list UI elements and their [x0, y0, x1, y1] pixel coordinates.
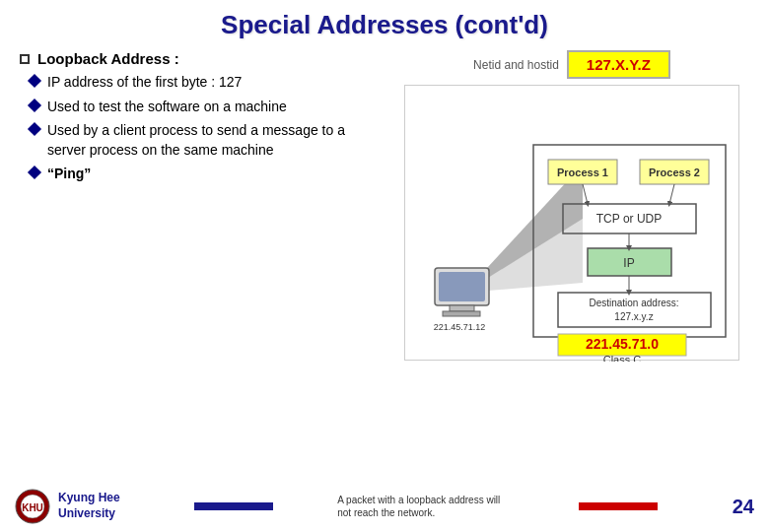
- diamond-icon: [28, 122, 41, 136]
- svg-text:Process 1: Process 1: [557, 166, 608, 178]
- svg-rect-3: [450, 305, 474, 311]
- svg-line-20: [669, 184, 674, 204]
- list-item: Used by a client process to send a messa…: [30, 121, 384, 160]
- list-item: “Ping”: [30, 165, 384, 184]
- netid-label: Netid and hostid: [473, 58, 559, 72]
- netid-diagram: Netid and hostid 127.X.Y.Z: [394, 50, 749, 79]
- university-logo: KHU Kyung Hee University: [15, 489, 120, 524]
- svg-line-19: [583, 184, 588, 204]
- footer-bar-left: [194, 502, 273, 510]
- footer-bar-right: [579, 502, 658, 510]
- svg-text:Process 2: Process 2: [649, 166, 700, 178]
- bullet-text-3: Used by a client process to send a messa…: [47, 121, 384, 160]
- diamond-icon: [28, 74, 41, 88]
- list-item: Used to test the software on a machine: [30, 98, 384, 117]
- svg-rect-4: [443, 311, 480, 316]
- bullet-text-2: Used to test the software on a machine: [47, 98, 287, 117]
- svg-rect-5: [439, 272, 485, 301]
- diamond-icon: [28, 99, 41, 112]
- svg-text:Destination address:: Destination address:: [589, 298, 678, 308]
- svg-text:Class C: Class C: [603, 354, 642, 362]
- loopback-label: Loopback Address :: [37, 50, 179, 67]
- footer: KHU Kyung Hee University A packet with a…: [0, 489, 769, 524]
- loopback-header: Loopback Address :: [20, 50, 384, 67]
- diamond-icon: [28, 166, 41, 179]
- svg-text:221.45.71.0: 221.45.71.0: [586, 336, 659, 352]
- content-area: Loopback Address : IP address of the fir…: [20, 50, 749, 361]
- svg-text:IP: IP: [623, 256, 634, 270]
- crest-icon: KHU: [15, 489, 50, 524]
- university-name: Kyung Hee University: [58, 491, 120, 521]
- list-item: IP address of the first byte : 127: [30, 73, 384, 93]
- svg-text:221.45.71.12: 221.45.71.12: [434, 322, 486, 332]
- slide-title: Special Addresses (cont'd): [20, 10, 749, 40]
- bullet-text-1: IP address of the first byte : 127: [47, 73, 242, 93]
- square-bullet-icon: [20, 54, 30, 64]
- svg-text:127.x.y.z: 127.x.y.z: [614, 311, 653, 322]
- slide: Special Addresses (cont'd) Loopback Addr…: [0, 0, 769, 532]
- left-column: Loopback Address : IP address of the fir…: [20, 50, 384, 361]
- university-line1: Kyung Hee: [58, 491, 120, 506]
- ip-address-box: 127.X.Y.Z: [567, 50, 670, 79]
- footer-note: A packet with a loopback address will no…: [337, 494, 515, 519]
- page-number: 24: [733, 496, 754, 518]
- network-diagram: 221.45.71.12 Process 1 Process 2 TCP or …: [404, 85, 739, 361]
- bullet-text-4: “Ping”: [47, 165, 91, 184]
- network-svg: 221.45.71.12 Process 1 Process 2 TCP or …: [405, 86, 740, 362]
- svg-text:KHU: KHU: [22, 502, 43, 513]
- right-column: Netid and hostid 127.X.Y.Z 221.45.71.12: [394, 50, 749, 361]
- bullet-list: IP address of the first byte : 127 Used …: [30, 73, 384, 184]
- svg-text:TCP or UDP: TCP or UDP: [596, 212, 662, 226]
- university-line2: University: [58, 506, 120, 522]
